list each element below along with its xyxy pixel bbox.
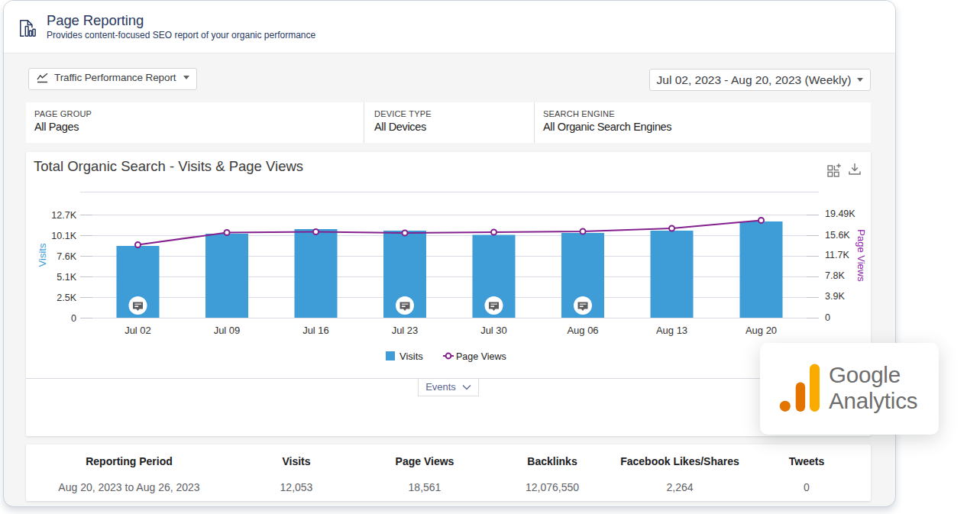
svg-text:Jul 09: Jul 09: [214, 325, 241, 336]
svg-text:0: 0: [71, 313, 76, 324]
svg-text:Visits: Visits: [37, 243, 48, 267]
svg-text:0: 0: [825, 312, 830, 323]
svg-text:Aug 20: Aug 20: [746, 325, 777, 336]
svg-text:Aug 06: Aug 06: [567, 325, 598, 336]
svg-text:Aug 13: Aug 13: [656, 325, 687, 336]
svg-text:12.7K: 12.7K: [51, 210, 76, 221]
svg-text:Page Views: Page Views: [855, 229, 867, 282]
svg-text:Jul 30: Jul 30: [480, 325, 507, 336]
svg-text:Page Views: Page Views: [456, 351, 506, 362]
svg-text:7.6K: 7.6K: [57, 251, 76, 262]
svg-text:7.8K: 7.8K: [825, 270, 845, 281]
svg-text:3.9K: 3.9K: [825, 291, 845, 302]
svg-text:Visits: Visits: [399, 351, 423, 362]
svg-text:Jul 02: Jul 02: [125, 325, 151, 336]
svg-text:10.1K: 10.1K: [51, 231, 76, 241]
svg-text:Jul 16: Jul 16: [302, 325, 329, 336]
svg-text:19.49K: 19.49K: [825, 209, 855, 219]
svg-text:5.1K: 5.1K: [57, 272, 76, 283]
svg-text:2.5K: 2.5K: [57, 293, 76, 303]
svg-text:11.7K: 11.7K: [825, 250, 849, 260]
svg-text:15.6K: 15.6K: [825, 230, 850, 241]
svg-text:Jul 23: Jul 23: [392, 325, 419, 336]
